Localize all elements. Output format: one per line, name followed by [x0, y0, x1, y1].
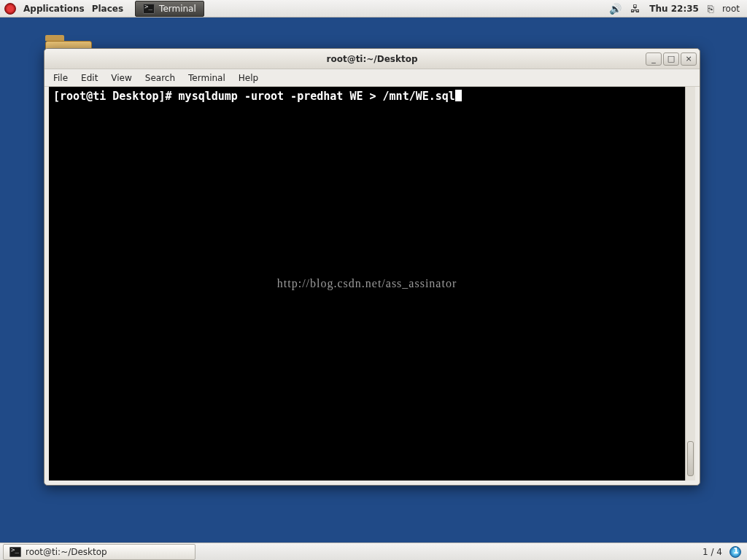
distro-logo-icon[interactable] — [4, 3, 16, 15]
terminal-cursor — [455, 90, 462, 101]
volume-icon[interactable]: 🔊 — [609, 3, 622, 15]
user-switch-icon[interactable]: ⎘ — [708, 3, 713, 15]
network-icon[interactable]: 🖧 — [630, 3, 640, 15]
menu-search[interactable]: Search — [145, 73, 175, 83]
watermark-text: http://blog.csdn.net/ass_assinator — [277, 276, 457, 291]
window-controls: _ □ × — [646, 52, 697, 66]
taskbar-item-terminal[interactable]: root@ti:~/Desktop — [3, 544, 196, 560]
menu-edit[interactable]: Edit — [81, 73, 98, 83]
top-panel: Applications Places Terminal 🔊 🖧 Thu 22:… — [0, 0, 747, 18]
workspace-counter: 1 / 4 — [703, 547, 722, 557]
top-task-label: Terminal — [159, 4, 196, 14]
minimize-button[interactable]: _ — [646, 52, 662, 66]
window-title: root@ti:~/Desktop — [44, 54, 700, 64]
window-menubar: File Edit View Search Terminal Help — [44, 69, 700, 87]
scroll-thumb[interactable] — [687, 441, 694, 476]
terminal-command: mysqldump -uroot -predhat WE > /mnt/WE.s… — [179, 90, 455, 103]
clock[interactable]: Thu 22:35 — [649, 4, 699, 14]
menu-file[interactable]: File — [53, 73, 68, 83]
close-button[interactable]: × — [681, 52, 697, 66]
menu-terminal[interactable]: Terminal — [188, 73, 225, 83]
terminal-icon — [9, 547, 21, 557]
menu-help[interactable]: Help — [239, 73, 258, 83]
terminal-window: root@ti:~/Desktop _ □ × File Edit View S… — [44, 48, 700, 486]
terminal-prompt: [root@ti Desktop]# — [53, 90, 179, 103]
bottom-panel: root@ti:~/Desktop 1 / 4 — [0, 542, 747, 560]
maximize-button[interactable]: □ — [663, 52, 679, 66]
terminal-scrollbar[interactable] — [685, 87, 695, 481]
places-menu[interactable]: Places — [92, 4, 123, 14]
taskbar-item-label: root@ti:~/Desktop — [26, 547, 107, 557]
user-label[interactable]: root — [722, 4, 740, 14]
menu-view[interactable]: View — [111, 73, 131, 83]
top-task-terminal[interactable]: Terminal — [135, 1, 204, 17]
applications-menu[interactable]: Applications — [23, 4, 85, 14]
window-titlebar[interactable]: root@ti:~/Desktop _ □ × — [44, 49, 700, 69]
workspace-switcher-icon[interactable] — [729, 546, 741, 558]
terminal-icon — [143, 4, 155, 14]
terminal-viewport[interactable]: [root@ti Desktop]# mysqldump -uroot -pre… — [49, 87, 685, 481]
